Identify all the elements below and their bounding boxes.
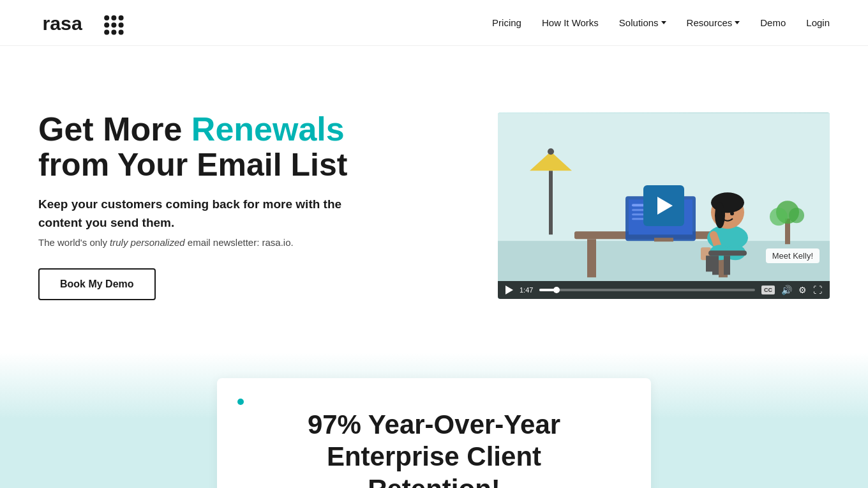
video-timestamp: 1:47 [520, 286, 533, 294]
hero-subtitle: Keep your customers coming back for more… [38, 195, 383, 232]
nav-item-how-it-works[interactable]: How It Works [542, 17, 599, 29]
svg-point-3 [119, 15, 124, 20]
play-icon [657, 197, 673, 215]
play-button[interactable] [643, 185, 684, 226]
stat-card: 97% Year-Over-Year Enterprise Client Ret… [217, 378, 651, 488]
hero-tagline-suffix: email newsletter: rasa.io. [185, 237, 294, 248]
nav-item-solutions[interactable]: Solutions [619, 17, 666, 28]
svg-point-42 [770, 208, 788, 225]
hero-tagline: The world's only truly personalized emai… [38, 237, 383, 248]
solutions-chevron-icon [661, 21, 666, 24]
svg-point-6 [119, 22, 124, 27]
svg-point-4 [104, 22, 109, 27]
logo[interactable]: rasa [38, 8, 140, 38]
book-demo-button[interactable]: Book My Demo [38, 268, 156, 300]
video-scene: Meet Kelly! [498, 112, 830, 300]
video-progress-dot [553, 287, 560, 293]
video-progress-bar[interactable] [539, 289, 755, 291]
hero-title-suffix: from Your Email List [38, 148, 383, 183]
svg-point-30 [721, 211, 725, 215]
hero-section: Get More Renewals from Your Email List K… [0, 46, 868, 353]
nav-item-login[interactable]: Login [806, 17, 830, 29]
svg-point-9 [119, 29, 124, 34]
svg-point-8 [111, 29, 116, 34]
video-player: Meet Kelly! 1:47 CC 🔊 ⚙ ⛶ [498, 112, 830, 300]
nav-item-demo[interactable]: Demo [760, 17, 786, 29]
svg-point-2 [111, 15, 116, 20]
stat-dot [237, 399, 244, 405]
svg-rect-25 [654, 238, 673, 241]
hero-tagline-italic: truly personalized [110, 237, 185, 248]
resources-chevron-icon [735, 21, 740, 24]
svg-point-7 [104, 29, 109, 34]
fullscreen-icon[interactable]: ⛶ [813, 285, 822, 295]
svg-text:rasa: rasa [42, 12, 83, 34]
hero-title: Get More Renewals from Your Email List [38, 111, 383, 183]
volume-icon: 🔊 [781, 285, 792, 295]
nav-item-pricing[interactable]: Pricing [492, 17, 521, 29]
svg-point-29 [715, 202, 725, 228]
svg-point-31 [730, 211, 734, 215]
settings-icon[interactable]: ⚙ [798, 285, 807, 295]
svg-point-18 [548, 148, 554, 155]
svg-point-1 [104, 15, 109, 20]
hero-video: Meet Kelly! 1:47 CC 🔊 ⚙ ⛶ [498, 112, 830, 300]
navigation: rasa Pricing How It Works Solution [0, 0, 868, 46]
video-controls-bar: 1:47 CC 🔊 ⚙ ⛶ [498, 281, 830, 299]
volume-control[interactable]: 🔊 [781, 285, 792, 295]
svg-rect-37 [712, 255, 719, 275]
hero-content: Get More Renewals from Your Email List K… [38, 111, 383, 300]
svg-rect-14 [587, 239, 596, 277]
svg-rect-36 [708, 250, 747, 255]
video-play-icon[interactable] [505, 286, 513, 294]
svg-point-5 [111, 22, 116, 27]
svg-rect-16 [549, 171, 553, 234]
stat-text: 97% Year-Over-Year Enterprise Client Ret… [258, 409, 610, 488]
hero-tagline-prefix: The world's only [38, 237, 110, 248]
svg-point-43 [789, 208, 804, 223]
meet-kelly-badge: Meet Kelly! [766, 248, 819, 263]
svg-rect-38 [724, 255, 730, 275]
nav-item-resources[interactable]: Resources [687, 17, 740, 28]
lower-section: 97% Year-Over-Year Enterprise Client Ret… [0, 353, 868, 488]
nav-links: Pricing How It Works Solutions Resources… [492, 17, 830, 29]
svg-rect-39 [706, 255, 712, 271]
hero-title-highlight: Renewals [191, 111, 345, 148]
hero-title-prefix: Get More [38, 111, 182, 148]
closed-captions-button[interactable]: CC [761, 286, 775, 294]
